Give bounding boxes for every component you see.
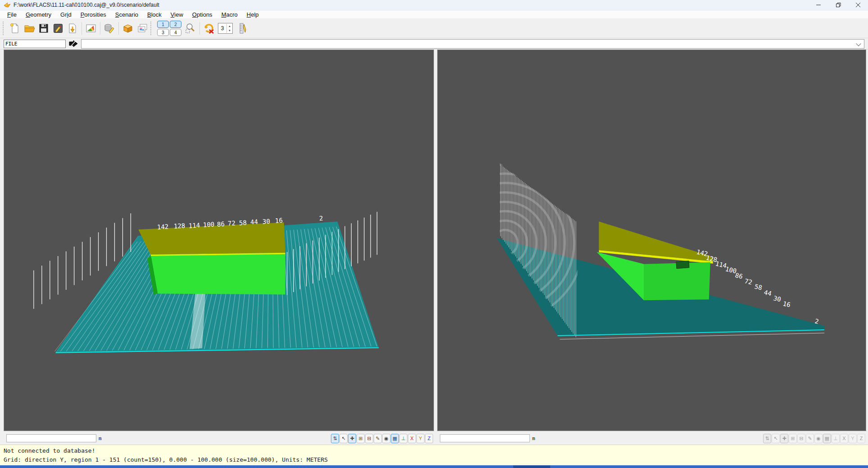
select-cursor-icon[interactable]: ↖: [339, 434, 348, 443]
interaction-mode-icon[interactable]: ⇅: [331, 434, 339, 443]
menu-scenario[interactable]: Scenario: [111, 11, 143, 18]
save-button[interactable]: [36, 21, 51, 36]
toolbar-grip[interactable]: [150, 22, 154, 35]
zoom-fit-icon: [185, 22, 196, 34]
image-icon: [85, 22, 97, 34]
box-vent-detail: [676, 261, 689, 269]
menu-porosities[interactable]: Porosities: [76, 11, 111, 18]
toolbar-separator: [199, 22, 200, 35]
menu-geometry[interactable]: Geometry: [21, 11, 56, 18]
menu-bar: FileGeometryGridPorositiesScenarioBlockV…: [0, 10, 868, 19]
viewport-bar-right: m ⇅↖✚⊞⊟✎◉▦⊥XYZ: [437, 432, 866, 444]
new-file-button[interactable]: [8, 21, 22, 36]
menu-help[interactable]: Help: [242, 11, 263, 18]
geometry-box-button[interactable]: [121, 21, 135, 36]
ruler-pencil-icon: [236, 22, 248, 34]
edit-geometry-button[interactable]: [51, 21, 65, 36]
file-field[interactable]: [4, 40, 66, 48]
restore-icon: [836, 2, 841, 8]
menu-grid[interactable]: Grid: [56, 11, 76, 18]
pan-hand-icon[interactable]: ✚: [348, 434, 356, 443]
view-3-button[interactable]: 3: [157, 29, 169, 36]
database-edit-button[interactable]: [102, 21, 117, 36]
ruler-button[interactable]: [235, 21, 249, 36]
taskbar-segment: [513, 465, 550, 468]
view-4-button[interactable]: 4: [170, 29, 181, 36]
unit-label: m: [99, 436, 102, 441]
axis-tripod-icon: ⊥: [832, 434, 840, 443]
chevron-down-icon: [856, 41, 861, 46]
interaction-mode-icon: ⇅: [763, 434, 771, 443]
axis-tripod-icon[interactable]: ⊥: [399, 434, 407, 443]
new-file-icon: [9, 22, 21, 34]
viewport-right[interactable]: 1421281141008672584430162: [437, 50, 866, 431]
pan-hand-icon: ✚: [780, 434, 788, 443]
x-axis-icon[interactable]: X: [408, 434, 416, 443]
save-floppy-icon: [38, 22, 50, 34]
menu-macro[interactable]: Macro: [217, 11, 242, 18]
scenario-combobox[interactable]: [81, 39, 864, 49]
unit-label: m: [532, 436, 535, 441]
app-icon: [4, 1, 11, 9]
grid-spinbox[interactable]: 3 ▲▼: [218, 23, 233, 34]
visibility-eye-icon: ◉: [814, 434, 823, 443]
3d-scene-right: [438, 50, 866, 431]
wireframe-box-icon[interactable]: ▦: [391, 434, 399, 443]
spin-down-icon[interactable]: ▼: [227, 28, 232, 33]
menu-block[interactable]: Block: [143, 11, 166, 18]
remove-object-icon[interactable]: ⊟: [365, 434, 373, 443]
visibility-eye-icon[interactable]: ◉: [382, 434, 390, 443]
toolbar-separator: [118, 22, 119, 35]
close-icon: [855, 2, 861, 8]
y-axis-icon: Y: [849, 434, 857, 443]
minimize-button[interactable]: [809, 0, 828, 10]
title-bar: F:\work\FLACS\11.11-cal\010100.caj@_v9.0…: [0, 0, 868, 10]
import-arrow-icon: [67, 22, 78, 34]
grid-spinbox-steppers[interactable]: ▲▼: [226, 24, 232, 33]
grid-spinbox-value[interactable]: 3: [218, 25, 226, 32]
toolbar-grip[interactable]: [3, 22, 6, 35]
geometry-box-icon: [122, 22, 134, 34]
viewport-area: 1421281141008672584430162 14212811410086…: [0, 50, 868, 432]
viewport-left[interactable]: 1421281141008672584430162: [4, 50, 434, 431]
box-top-face: [138, 222, 285, 255]
database-edit-icon: [104, 22, 115, 34]
photos-button[interactable]: [135, 21, 149, 36]
menu-options[interactable]: Options: [188, 11, 217, 18]
add-object-icon[interactable]: ⊞: [357, 434, 365, 443]
import-button[interactable]: [65, 21, 80, 36]
wireframe-box-icon: ▦: [823, 434, 831, 443]
toolbar: 1 2 3 4 3 ▲▼: [0, 19, 868, 38]
zoom-fit-button[interactable]: [183, 21, 198, 36]
view-1-button[interactable]: 1: [157, 21, 169, 28]
window-controls: [809, 0, 868, 10]
coordinate-input-right[interactable]: [440, 434, 530, 442]
menu-file[interactable]: File: [3, 11, 21, 18]
open-button[interactable]: [22, 21, 36, 36]
edit-pencil-icon: [52, 22, 64, 34]
open-folder-icon: [23, 22, 35, 34]
taskbar-edge: [0, 465, 868, 468]
spin-up-icon[interactable]: ▲: [227, 24, 232, 28]
viewport-tools-right: ⇅↖✚⊞⊟✎◉▦⊥XYZ: [763, 434, 865, 443]
z-axis-icon: Z: [857, 434, 865, 443]
add-object-icon: ⊞: [789, 434, 797, 443]
file-export-icon[interactable]: [68, 40, 78, 48]
viewport-tools-left: ⇅↖✚⊞⊟✎◉▦⊥XYZ: [331, 434, 433, 443]
image-button[interactable]: [84, 21, 98, 36]
reset-rotation-icon: [203, 22, 215, 34]
remove-object-icon: ⊟: [797, 434, 805, 443]
y-axis-icon[interactable]: Y: [416, 434, 425, 443]
menu-view[interactable]: View: [166, 11, 188, 18]
view-2-button[interactable]: 2: [170, 21, 181, 28]
photos-icon: [136, 22, 148, 34]
reset-rotation-button[interactable]: [202, 21, 216, 36]
z-axis-icon[interactable]: Z: [425, 434, 433, 443]
paint-brush-icon[interactable]: ✎: [374, 434, 382, 443]
coordinate-input-left[interactable]: [6, 434, 96, 442]
maximize-button[interactable]: [828, 0, 848, 10]
window-title: F:\work\FLACS\11.11-cal\010100.caj@_v9.0…: [14, 2, 159, 8]
close-button[interactable]: [848, 0, 868, 10]
x-axis-icon: X: [840, 434, 848, 443]
minimize-icon: [816, 2, 821, 8]
